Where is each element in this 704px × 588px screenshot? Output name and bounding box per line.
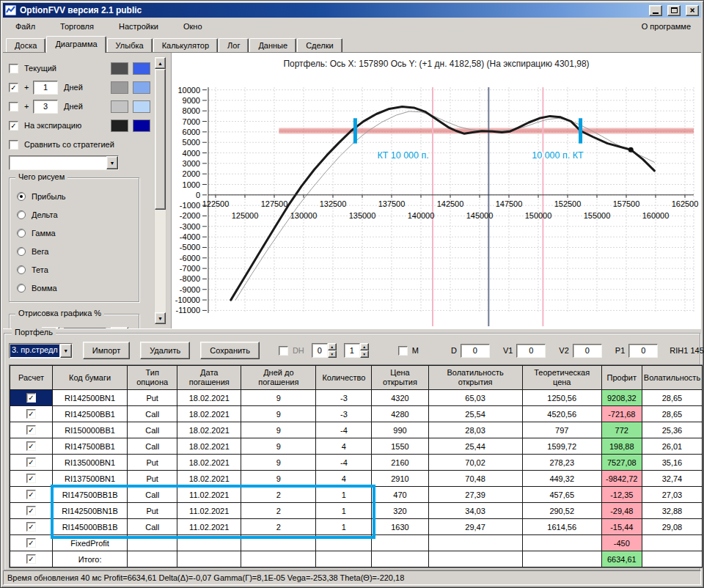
row-checkbox[interactable] <box>26 409 36 419</box>
param-value[interactable]: 0 <box>628 344 658 358</box>
cell-qty[interactable]: 1 <box>316 503 372 519</box>
days3-input[interactable]: 3 <box>33 100 58 114</box>
cell-days[interactable]: 9 <box>241 438 316 455</box>
tab-1[interactable]: Диаграмма <box>46 36 106 53</box>
row-check-cell[interactable] <box>10 551 53 567</box>
strategy-dropdown[interactable]: ▼ <box>9 155 119 170</box>
cell-code[interactable]: RI142500BN1 <box>53 390 128 406</box>
cell-qty[interactable]: -4 <box>316 422 372 438</box>
cell-open[interactable]: 1630 <box>372 519 428 535</box>
cell-profit[interactable]: -450 <box>601 535 642 551</box>
spin-down-icon[interactable]: ▼ <box>360 350 369 358</box>
cell-type[interactable] <box>128 535 177 551</box>
column-header-7[interactable]: Волатильностьоткрытия <box>428 366 522 390</box>
tab-2[interactable]: Улыбка <box>107 38 153 52</box>
cell-qty[interactable]: 1 <box>316 487 372 503</box>
cell-open[interactable]: 2160 <box>372 455 428 471</box>
color-swatch[interactable] <box>111 81 128 94</box>
row-check-cell[interactable] <box>10 422 53 438</box>
minimize-button[interactable] <box>649 5 662 16</box>
dh-spinner-2-value[interactable]: 1 <box>344 343 360 358</box>
cell-type[interactable]: Call <box>128 519 177 535</box>
cell-days[interactable] <box>241 535 316 551</box>
row-check-cell[interactable] <box>10 406 53 422</box>
cell-vol[interactable]: 27,03 <box>642 487 702 503</box>
chevron-down-icon[interactable]: ▼ <box>60 344 72 358</box>
spin-down-icon[interactable]: ▼ <box>328 350 337 358</box>
cell-profit[interactable]: -9842,72 <box>601 471 642 487</box>
compare-strategy-checkbox[interactable] <box>9 140 18 150</box>
row-checkbox[interactable] <box>26 457 36 467</box>
cell-date[interactable]: 18.02.2021 <box>177 390 241 406</box>
save-button[interactable]: Сохранить <box>200 342 260 359</box>
cell-type[interactable]: Put <box>128 455 177 471</box>
cell-open[interactable]: 990 <box>372 422 428 438</box>
color-swatch[interactable] <box>111 100 128 113</box>
cell-vol[interactable]: 28,65 <box>642 406 702 422</box>
cell-open-vol[interactable]: 25,44 <box>428 438 522 455</box>
cell-vol[interactable] <box>642 535 702 551</box>
cell-profit[interactable]: -12,35 <box>601 487 642 503</box>
cell-date[interactable]: 11.02.2021 <box>177 519 241 535</box>
cell-date[interactable]: 11.02.2021 <box>177 503 241 519</box>
column-header-8[interactable]: Теоретическаяцена <box>522 366 601 390</box>
column-header-4[interactable]: Дней допогашения <box>241 366 316 390</box>
column-header-3[interactable]: Датапогашения <box>177 366 241 390</box>
cell-date[interactable]: 18.02.2021 <box>177 471 241 487</box>
row-checkbox[interactable] <box>26 506 36 515</box>
cell-date[interactable]: 11.02.2021 <box>177 487 241 503</box>
cell-profit[interactable]: -15,44 <box>601 519 642 535</box>
row-checkbox[interactable] <box>26 490 36 499</box>
color-swatch[interactable] <box>111 120 128 132</box>
cell-profit[interactable]: -721,68 <box>601 406 642 422</box>
cell-vol[interactable]: 35,16 <box>642 455 702 471</box>
dh-spinner-1[interactable]: 0 ▲▼ <box>312 343 337 358</box>
column-header-5[interactable]: Количество <box>316 366 372 390</box>
color-swatch[interactable] <box>133 62 150 75</box>
cell-open-vol[interactable]: 34,03 <box>428 503 522 519</box>
expiration-checkbox[interactable] <box>9 121 18 131</box>
menu-item-3[interactable]: Окно <box>183 22 202 31</box>
cell-code[interactable]: RI147500BB1B <box>53 487 128 503</box>
cell-open-vol[interactable]: 27,39 <box>428 487 522 503</box>
color-swatch[interactable] <box>133 100 150 113</box>
cell-qty[interactable]: -3 <box>316 406 372 422</box>
cell-open[interactable]: 2910 <box>372 471 428 487</box>
preset-dropdown[interactable]: 3. пр.стредл ▼ <box>9 343 73 359</box>
close-button[interactable]: × <box>686 5 699 16</box>
row-check-cell[interactable] <box>10 487 53 503</box>
cell-profit[interactable]: 772 <box>601 422 642 438</box>
cell-type[interactable]: Call <box>128 406 177 422</box>
column-header-1[interactable]: Код бумаги <box>53 366 128 390</box>
days1-input[interactable]: 1 <box>33 81 58 95</box>
tab-5[interactable]: Данные <box>249 38 296 52</box>
scroll-down-icon[interactable]: ▼ <box>155 312 166 324</box>
chevron-down-icon[interactable]: ▼ <box>106 156 118 169</box>
cell-days[interactable]: 2 <box>241 503 316 519</box>
cell-profit[interactable]: -29,48 <box>601 503 642 519</box>
row-check-cell[interactable] <box>10 535 53 551</box>
row-checkbox[interactable] <box>26 522 36 532</box>
cell-qty[interactable] <box>316 551 372 567</box>
cell-open-vol[interactable] <box>428 551 522 567</box>
cell-theo[interactable]: 290,52 <box>522 503 601 519</box>
menu-item-0[interactable]: Файл <box>15 22 35 31</box>
import-button[interactable]: Импорт <box>83 342 130 359</box>
cell-theo[interactable] <box>522 535 601 551</box>
cell-vol[interactable]: 28,65 <box>642 390 702 406</box>
cell-open[interactable]: 470 <box>372 487 428 503</box>
column-header-2[interactable]: Типопциона <box>128 366 177 390</box>
cell-days[interactable]: 2 <box>241 519 316 535</box>
cell-profit[interactable]: 198,88 <box>601 438 642 455</box>
row-check-cell[interactable] <box>10 503 53 519</box>
row-checkbox[interactable] <box>26 393 36 403</box>
cell-days[interactable]: 9 <box>241 406 316 422</box>
cell-theo[interactable]: 1250,56 <box>522 390 601 406</box>
cell-theo[interactable]: 4520,56 <box>522 406 601 422</box>
cell-date[interactable]: 18.02.2021 <box>177 438 241 455</box>
cell-theo[interactable]: 278,23 <box>522 455 601 471</box>
cell-vol[interactable]: 32,74 <box>642 471 702 487</box>
spin-up-icon[interactable]: ▲ <box>360 343 369 350</box>
row-checkbox[interactable] <box>26 554 36 564</box>
cell-theo[interactable]: 797 <box>522 422 601 438</box>
